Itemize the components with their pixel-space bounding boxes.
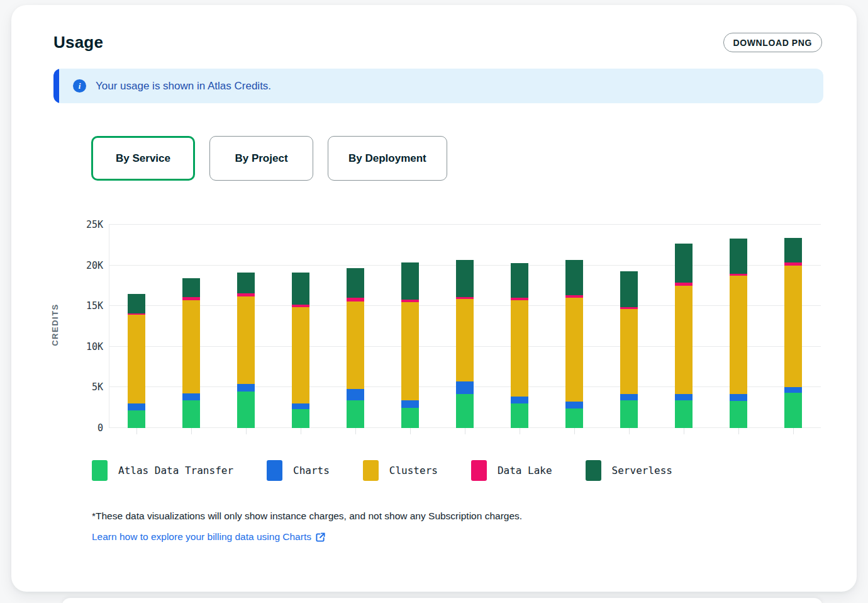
bar-segment-atlas-data-transfer[interactable] xyxy=(401,408,419,428)
bar-segment-charts[interactable] xyxy=(730,394,747,402)
y-axis-label: CREDITS xyxy=(50,303,60,346)
bar-segment-charts[interactable] xyxy=(456,381,474,393)
bar-segment-charts[interactable] xyxy=(401,400,419,408)
legend-label-serverless: Serverless xyxy=(612,465,672,476)
bar-segment-atlas-data-transfer[interactable] xyxy=(784,393,802,428)
bar-segment-serverless[interactable] xyxy=(675,244,693,283)
banner-body: i Your usage is shown in Atlas Credits. xyxy=(59,69,271,103)
x-tick-8 xyxy=(520,428,520,434)
plot-area: 05K10K15K20K25K xyxy=(109,225,821,428)
bar-segment-atlas-data-transfer[interactable] xyxy=(237,392,255,428)
external-link-icon xyxy=(316,533,325,542)
bar-segment-serverless[interactable] xyxy=(565,260,583,295)
x-tick-12 xyxy=(738,428,739,434)
bar-segment-charts[interactable] xyxy=(620,394,638,400)
legend-label-charts: Charts xyxy=(293,465,330,476)
bar-segment-charts[interactable] xyxy=(565,402,583,409)
legend-item-data-lake[interactable]: Data Lake xyxy=(471,460,552,481)
bar-segment-serverless[interactable] xyxy=(128,294,145,313)
bar-segment-serverless[interactable] xyxy=(730,239,747,274)
footnote: *These data visualizations will only sho… xyxy=(92,510,824,522)
bar-segment-atlas-data-transfer[interactable] xyxy=(675,400,693,428)
bar-segment-atlas-data-transfer[interactable] xyxy=(511,403,528,428)
charts-learn-link[interactable]: Learn how to explore your billing data u… xyxy=(92,531,325,543)
bar-segment-atlas-data-transfer[interactable] xyxy=(565,409,583,428)
page-title: Usage xyxy=(53,33,103,52)
stacked-bar-11[interactable] xyxy=(675,225,693,428)
bar-segment-clusters[interactable] xyxy=(456,299,474,381)
x-tick-13 xyxy=(793,428,794,434)
bar-segment-serverless[interactable] xyxy=(401,262,419,300)
y-tick-label-5K: 5K xyxy=(92,381,103,393)
tab-by-service[interactable]: By Service xyxy=(91,136,195,181)
stacked-bar-3[interactable] xyxy=(237,225,255,428)
info-icon: i xyxy=(73,79,86,93)
bar-segment-clusters[interactable] xyxy=(292,307,309,403)
stacked-bar-13[interactable] xyxy=(784,225,802,428)
bar-segment-clusters[interactable] xyxy=(182,300,200,394)
legend-item-clusters[interactable]: Clusters xyxy=(363,460,438,481)
stacked-bar-5[interactable] xyxy=(347,225,364,428)
stacked-bar-4[interactable] xyxy=(292,225,309,428)
stacked-bar-6[interactable] xyxy=(401,225,419,428)
bar-segment-atlas-data-transfer[interactable] xyxy=(620,400,638,428)
bar-segment-serverless[interactable] xyxy=(456,260,474,297)
bar-segment-charts[interactable] xyxy=(237,384,255,392)
bar-segment-atlas-data-transfer[interactable] xyxy=(347,400,364,428)
bar-segment-atlas-data-transfer[interactable] xyxy=(730,401,747,428)
bar-segment-clusters[interactable] xyxy=(347,302,364,389)
bar-segment-charts[interactable] xyxy=(292,403,309,409)
download-png-button[interactable]: DOWNLOAD PNG xyxy=(723,33,822,52)
stacked-bar-12[interactable] xyxy=(730,225,747,428)
bar-segment-charts[interactable] xyxy=(511,397,528,404)
stacked-bar-10[interactable] xyxy=(620,225,638,428)
bar-segment-serverless[interactable] xyxy=(292,273,309,304)
bar-segment-charts[interactable] xyxy=(128,403,145,410)
banner-accent-bar xyxy=(53,69,59,103)
bar-segment-clusters[interactable] xyxy=(128,315,145,403)
legend-swatch-serverless xyxy=(586,460,601,481)
bar-segment-clusters[interactable] xyxy=(730,276,747,393)
bar-segment-clusters[interactable] xyxy=(237,296,255,385)
legend-label-data-lake: Data Lake xyxy=(498,465,552,476)
bar-segment-serverless[interactable] xyxy=(237,273,255,293)
tab-by-project[interactable]: By Project xyxy=(209,136,313,181)
bar-segment-atlas-data-transfer[interactable] xyxy=(456,394,474,428)
stacked-bar-1[interactable] xyxy=(128,225,145,428)
legend-swatch-charts xyxy=(267,460,282,481)
bar-segment-serverless[interactable] xyxy=(347,268,364,298)
bar-segment-clusters[interactable] xyxy=(620,309,638,393)
bar-segment-clusters[interactable] xyxy=(511,300,528,397)
bar-segment-serverless[interactable] xyxy=(620,271,638,307)
stacked-bar-8[interactable] xyxy=(511,225,528,428)
stacked-bar-2[interactable] xyxy=(182,225,200,428)
view-tabs: By ServiceBy ProjectBy Deployment xyxy=(91,136,824,181)
bar-segment-charts[interactable] xyxy=(784,387,802,393)
bar-segment-atlas-data-transfer[interactable] xyxy=(182,400,200,428)
legend-item-charts[interactable]: Charts xyxy=(267,460,330,481)
stacked-bar-9[interactable] xyxy=(565,225,583,428)
legend-swatch-atlas-data-transfer xyxy=(92,460,108,481)
usage-chart: CREDITS 05K10K15K20K25K xyxy=(53,218,824,431)
y-tick-label-20K: 20K xyxy=(86,260,103,271)
bar-segment-charts[interactable] xyxy=(347,389,364,400)
bar-segment-clusters[interactable] xyxy=(784,266,802,388)
bar-segment-serverless[interactable] xyxy=(511,263,528,298)
bar-segment-clusters[interactable] xyxy=(565,298,583,402)
tab-by-deployment[interactable]: By Deployment xyxy=(328,136,447,181)
x-tick-3 xyxy=(246,428,247,434)
next-card-edge xyxy=(62,598,823,603)
card-header: Usage DOWNLOAD PNG xyxy=(42,33,824,52)
bar-segment-atlas-data-transfer[interactable] xyxy=(128,410,145,428)
bar-segment-serverless[interactable] xyxy=(784,238,802,262)
legend-item-atlas-data-transfer[interactable]: Atlas Data Transfer xyxy=(92,460,233,481)
bar-segment-atlas-data-transfer[interactable] xyxy=(292,409,309,428)
stacked-bar-7[interactable] xyxy=(456,225,474,428)
bar-segment-clusters[interactable] xyxy=(401,302,419,400)
bar-segment-charts[interactable] xyxy=(182,393,200,400)
y-tick-label-25K: 25K xyxy=(86,219,103,230)
bar-segment-clusters[interactable] xyxy=(675,286,693,394)
bar-segment-charts[interactable] xyxy=(675,394,693,400)
legend-item-serverless[interactable]: Serverless xyxy=(586,460,672,481)
bar-segment-serverless[interactable] xyxy=(182,278,200,297)
